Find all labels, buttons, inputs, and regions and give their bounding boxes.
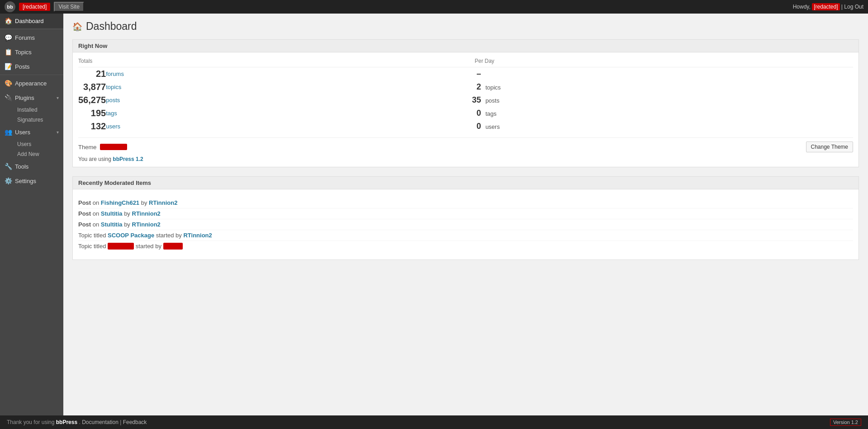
footer-docs-link[interactable]: Documentation [82, 419, 119, 425]
forums-per-day: – [466, 69, 484, 79]
footer-feedback-link[interactable]: Feedback [123, 419, 147, 425]
posts-link[interactable]: posts [106, 97, 120, 104]
logout-link[interactable]: Log Out [844, 4, 863, 10]
moderated-topic-link[interactable]: Stultitia [101, 221, 123, 228]
users-link[interactable]: users [106, 123, 120, 130]
list-item: Post on FishingCh621 by RTinnion2 [78, 198, 853, 208]
main-content: 🏠 Dashboard Right Now Totals Per Day 21 … [63, 14, 868, 429]
sidebar-item-posts[interactable]: 📝 Posts [0, 59, 63, 74]
moderated-user-link[interactable]: RTinnion2 [132, 221, 161, 228]
sidebar-plugins-label: Plugins [15, 94, 34, 101]
tags-link[interactable]: tags [106, 110, 117, 117]
change-theme-button[interactable]: Change Theme [806, 141, 854, 152]
moderated-user-link[interactable]: RTinnion2 [132, 210, 161, 217]
sidebar-forums-label: Forums [15, 34, 35, 41]
appearance-icon: 🎨 [5, 80, 12, 87]
sidebar-tools-label: Tools [15, 163, 28, 170]
forums-link[interactable]: forums [106, 71, 124, 77]
list-item: Post on Stultitia by RTinnion2 [78, 219, 853, 230]
table-row: 21 forums – [78, 67, 853, 81]
users-users-link[interactable]: Users [13, 139, 63, 149]
tags-per-day: 0 [466, 108, 484, 118]
site-name[interactable]: [redacted] [19, 3, 50, 11]
recently-moderated-content: Post on FishingCh621 by RTinnion2 Post o… [73, 189, 859, 259]
sidebar-item-settings[interactable]: ⚙️ Settings [0, 174, 63, 188]
sidebar-settings-label: Settings [15, 178, 36, 184]
topics-per-day-label: topics [485, 84, 501, 91]
visit-site-button[interactable]: Visit Site [54, 2, 84, 12]
settings-icon: ⚙️ [5, 177, 12, 184]
users-icon: 👥 [5, 128, 12, 136]
forums-count: 21 [78, 67, 106, 81]
sidebar-item-forums[interactable]: 💬 Forums [0, 30, 63, 45]
moderated-user-link[interactable]: RTinnion2 [149, 199, 177, 206]
moderated-topic-link[interactable]: FishingCh621 [101, 199, 139, 206]
admin-bar: bb [redacted] Visit Site Howdy, [redacte… [0, 0, 868, 14]
posts-per-day: 35 [466, 95, 484, 105]
theme-row: Theme Change Theme [78, 137, 853, 152]
list-item: Topic titled started by [78, 241, 853, 251]
table-row: 132 users 0 users [78, 120, 853, 133]
tags-count: 195 [78, 107, 106, 120]
sidebar-topics-label: Topics [15, 49, 32, 56]
tools-icon: 🔧 [5, 163, 12, 170]
list-item: Post on Stultitia by RTinnion2 [78, 208, 853, 219]
sidebar-item-dashboard[interactable]: 🏠 Dashboard [0, 14, 63, 28]
moderated-user-link[interactable]: RTinnion2 [183, 232, 212, 239]
sidebar-appearance-label: Appearance [15, 80, 47, 87]
users-per-day-label: users [485, 123, 500, 130]
sidebar: 🏠 Dashboard 💬 Forums 📋 Topics 📝 Posts 🎨 … [0, 14, 63, 429]
footer-text: Thank you for using bbPress . Documentat… [7, 419, 147, 425]
table-row: 195 tags 0 tags [78, 107, 853, 120]
redacted-topic [108, 243, 134, 250]
sidebar-item-appearance[interactable]: 🎨 Appearance [0, 76, 63, 90]
footer: Thank you for using bbPress . Documentat… [0, 415, 868, 429]
footer-bbpress-link[interactable]: bbPress [56, 419, 77, 425]
bbpress-version: You are using bbPress 1.2 [78, 156, 853, 162]
footer-thankyou: Thank you for using [7, 419, 54, 425]
howdy-text: Howdy, [793, 4, 811, 10]
house-icon: 🏠 [72, 22, 82, 32]
list-item: Topic titled SCOOP Package started by RT… [78, 230, 853, 241]
version-badge: Version 1.2 [830, 419, 861, 426]
recently-moderated-box: Recently Moderated Items Post on Fishing… [72, 176, 859, 260]
tags-per-day-label: tags [485, 110, 497, 117]
topics-link[interactable]: topics [106, 84, 121, 90]
table-row: 56,275 posts 35 posts [78, 94, 853, 107]
per-day-label: Per Day [475, 58, 494, 64]
sidebar-item-topics[interactable]: 📋 Topics [0, 45, 63, 59]
theme-swatch [100, 144, 127, 150]
table-row: 3,877 topics 2 topics [78, 80, 853, 94]
page-title: Dashboard [86, 20, 137, 33]
sidebar-item-users[interactable]: 👥 Users [0, 125, 63, 139]
right-now-content: Totals Per Day 21 forums – 3,877 topics [73, 52, 859, 167]
plugins-icon: 🔌 [5, 94, 12, 101]
users-addnew-link[interactable]: Add New [13, 149, 63, 159]
redacted-user [163, 243, 183, 250]
topics-count: 3,877 [78, 80, 106, 94]
sidebar-users-label: Users [15, 129, 30, 136]
admin-username[interactable]: [redacted] [812, 3, 840, 10]
plugins-signatures-link[interactable]: Signatures [13, 115, 63, 125]
forums-icon: 💬 [5, 34, 12, 41]
posts-per-day-label: posts [485, 97, 499, 104]
totals-label: Totals [78, 58, 92, 64]
moderated-topic-link[interactable]: SCOOP Package [108, 232, 154, 239]
dashboard-icon: 🏠 [5, 17, 12, 24]
users-count: 132 [78, 120, 106, 133]
using-text: You are using [78, 156, 111, 162]
users-per-day: 0 [466, 122, 484, 131]
sidebar-posts-label: Posts [15, 63, 30, 70]
sidebar-dashboard-label: Dashboard [15, 18, 44, 24]
users-submenu: Users Add New [0, 139, 63, 159]
bb-logo: bb [5, 1, 15, 12]
posts-icon: 📝 [5, 63, 12, 70]
sidebar-item-plugins[interactable]: 🔌 Plugins [0, 90, 63, 105]
admin-bar-right: Howdy, [redacted] | Log Out [793, 4, 863, 10]
right-now-header: Right Now [73, 40, 859, 52]
right-now-box: Right Now Totals Per Day 21 forums – [72, 39, 859, 167]
plugins-installed-link[interactable]: Installed [13, 105, 63, 115]
moderated-list: Post on FishingCh621 by RTinnion2 Post o… [78, 194, 853, 255]
moderated-topic-link[interactable]: Stultitia [101, 210, 123, 217]
sidebar-item-tools[interactable]: 🔧 Tools [0, 159, 63, 174]
